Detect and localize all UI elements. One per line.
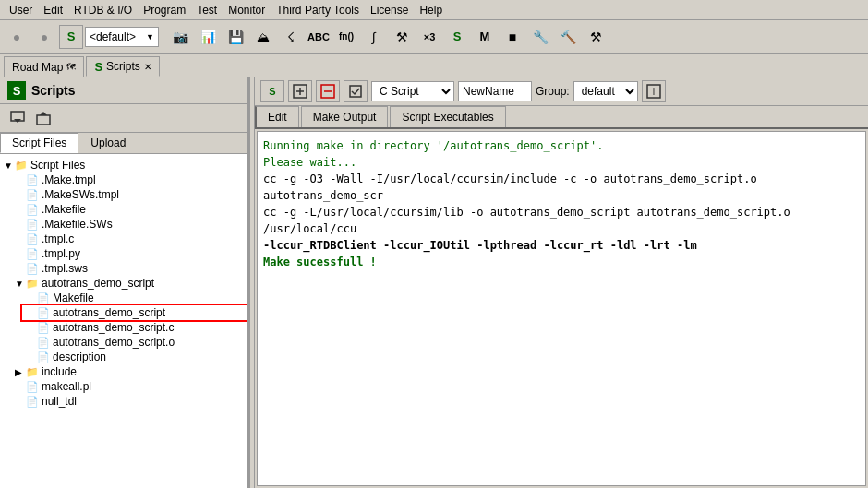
list-item[interactable]: 📄 .Makefile.SWs — [11, 217, 247, 232]
tab-edit[interactable]: Edit — [255, 106, 299, 127]
list-item[interactable]: 📄 null_tdl — [11, 394, 247, 409]
output-area: Running make in directory '/autotrans_de… — [257, 131, 866, 486]
list-item[interactable]: 📄 .Makefile — [11, 202, 247, 217]
toolbar-icon-4[interactable]: ⛰ — [250, 24, 276, 50]
tree-folder-autotrans[interactable]: ▼ 📁 autotrans_demo_script — [11, 276, 247, 291]
script-type-select[interactable]: C Script — [371, 81, 454, 101]
output-line-4: cc -g -L/usr/local/ccursim/lib -o autotr… — [263, 204, 860, 237]
toolbar-icon-8[interactable]: ■ — [500, 24, 525, 50]
toolbar-back[interactable]: ● — [4, 24, 30, 50]
list-item[interactable]: 📄 .MakeSWs.tmpl — [11, 187, 247, 202]
tab-upload[interactable]: Upload — [78, 133, 138, 153]
tab-make-output[interactable]: Make Output — [301, 106, 389, 127]
list-item[interactable]: 📄 .Make.tmpl — [11, 173, 247, 187]
output-line-2: Please wait... — [263, 154, 860, 171]
output-line-5: -lccur_RTDBClient -lccur_IOUtil -lpthrea… — [263, 237, 860, 254]
tab-roadmap[interactable]: Road Map 🗺 — [4, 56, 84, 77]
output-line-6: Make sucessfull ! — [263, 254, 860, 270]
roadmap-tab-icon: 🗺 — [66, 62, 76, 72]
right-toolbar-info-btn[interactable]: i — [642, 80, 666, 102]
toolbar-scripts-icon: S — [59, 25, 83, 49]
output-line-3: cc -g -O3 -Wall -I/usr/local/ccursim/inc… — [263, 171, 860, 204]
scripts-sub-toolbar — [0, 104, 247, 133]
menu-license[interactable]: License — [365, 2, 414, 18]
tree-folder-include[interactable]: ▶ 📁 include — [11, 364, 247, 379]
toolbar-icon-1[interactable]: 📷 — [167, 24, 193, 50]
right-toolbar: S C Script Group: default i — [255, 77, 868, 106]
toolbar-icon-s[interactable]: S — [444, 24, 470, 50]
tree-root[interactable]: ▼ 📁 Script Files — [0, 158, 247, 173]
group-select[interactable]: default — [573, 81, 638, 101]
main-toolbar: ● ● S <default> ▼ 📷 📊 💾 ⛰ ☇ ABC fn() ∫ ⚒… — [0, 20, 868, 54]
file-tree: ▼ 📁 Script Files 📄 .Make.tmpl 📄 .MakeSWs… — [0, 154, 247, 488]
toolbar-sep1 — [163, 26, 163, 48]
main-tabbar: Road Map 🗺 S Scripts ✕ — [0, 54, 868, 77]
scripts-import-btn[interactable] — [6, 107, 30, 129]
scripts-export-btn[interactable] — [31, 107, 55, 129]
toolbar-forward[interactable]: ● — [31, 24, 57, 50]
toolbar-icon-3[interactable]: 💾 — [223, 24, 248, 50]
menu-help[interactable]: Help — [414, 2, 448, 18]
right-panel: S C Script Group: default i — [255, 77, 868, 488]
scripts-header-icon: S — [7, 81, 26, 100]
menu-test[interactable]: Test — [191, 2, 223, 18]
list-item[interactable]: 📄 .tmpl.c — [11, 232, 247, 246]
list-item[interactable]: 📄 makeall.pl — [11, 379, 247, 394]
svg-marker-3 — [40, 112, 47, 115]
output-line-1: Running make in directory '/autotrans_de… — [263, 137, 860, 154]
menu-edit[interactable]: Edit — [38, 2, 68, 18]
menu-user[interactable]: User — [4, 2, 38, 18]
right-tabs: Edit Make Output Script Executables — [255, 106, 868, 129]
svg-rect-2 — [37, 115, 50, 125]
toolbar-icon-abc[interactable]: ABC — [306, 24, 332, 50]
tab-script-files[interactable]: Script Files — [0, 133, 78, 153]
toolbar-default-dropdown[interactable]: <default> ▼ — [85, 27, 159, 47]
main-area: S Scripts Script Files Upload ▼ 📁 Script… — [0, 77, 868, 488]
list-item[interactable]: 📄 .tmpl.py — [11, 246, 247, 261]
toolbar-icon-wrench1[interactable]: 🔧 — [527, 24, 553, 50]
menu-thirdparty[interactable]: Third Party Tools — [271, 2, 365, 18]
list-item[interactable]: 📄 autotrans_demo_script.c — [22, 320, 247, 335]
scripts-panel: S Scripts Script Files Upload ▼ 📁 Script… — [0, 77, 249, 488]
menubar: User Edit RTDB & I/O Program Test Monito… — [0, 0, 868, 20]
script-name-input[interactable] — [458, 81, 532, 101]
tree-selected-file[interactable]: 📄 autotrans_demo_script — [22, 305, 247, 320]
toolbar-icon-wrench2[interactable]: 🔨 — [555, 24, 581, 50]
svg-text:i: i — [652, 86, 654, 97]
toolbar-icon-tools[interactable]: ⚒ — [583, 24, 609, 50]
toolbar-icon-m[interactable]: M — [472, 24, 498, 50]
menu-monitor[interactable]: Monitor — [223, 2, 271, 18]
right-toolbar-btn3[interactable] — [316, 80, 340, 102]
tab-script-executables[interactable]: Script Executables — [390, 106, 505, 127]
list-item[interactable]: 📄 Makefile — [22, 291, 247, 305]
toolbar-icon-7[interactable]: ⚒ — [389, 24, 415, 50]
tab-scripts-close[interactable]: ✕ — [144, 62, 151, 72]
tab-scripts[interactable]: S Scripts ✕ — [86, 56, 159, 77]
list-item[interactable]: 📄 .tmpl.sws — [11, 261, 247, 276]
toolbar-icon-2[interactable]: 📊 — [195, 24, 221, 50]
scripts-title: Scripts — [31, 83, 75, 98]
group-label: Group: — [536, 85, 570, 98]
menu-program[interactable]: Program — [138, 2, 191, 18]
svg-rect-9 — [350, 86, 361, 97]
right-toolbar-btn4[interactable] — [344, 80, 368, 102]
right-toolbar-btn1[interactable]: S — [260, 80, 284, 102]
toolbar-icon-fn0[interactable]: fn() — [333, 24, 359, 50]
scripts-panel-header: S Scripts — [0, 77, 247, 104]
scripts-tab-bar: Script Files Upload — [0, 133, 247, 154]
toolbar-icon-x3[interactable]: ×3 — [416, 24, 442, 50]
list-item[interactable]: 📄 description — [22, 350, 247, 364]
toolbar-icon-5[interactable]: ☇ — [278, 24, 304, 50]
menu-rtdb[interactable]: RTDB & I/O — [68, 2, 138, 18]
toolbar-icon-6[interactable]: ∫ — [361, 24, 387, 50]
right-toolbar-btn2[interactable] — [288, 80, 312, 102]
list-item[interactable]: 📄 autotrans_demo_script.o — [22, 335, 247, 350]
